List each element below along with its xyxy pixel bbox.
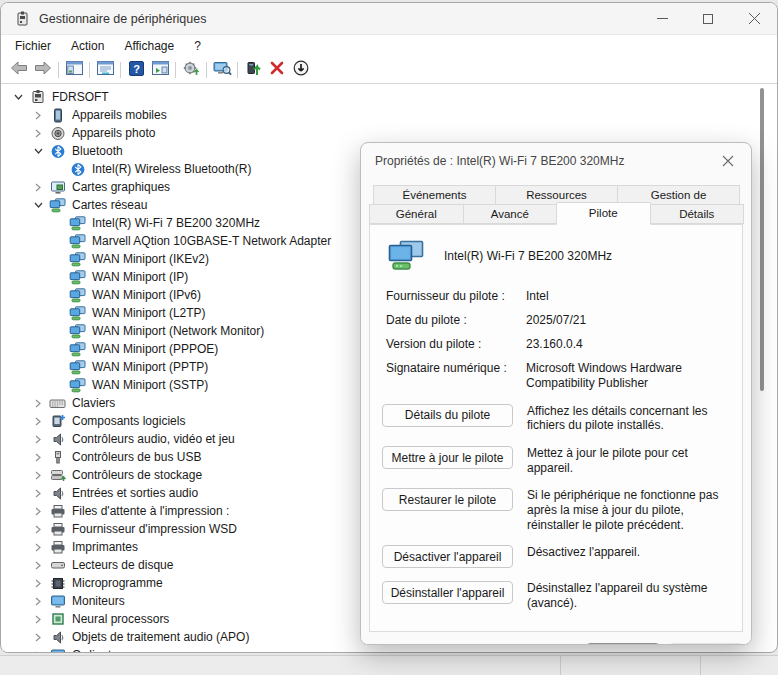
title-bar: Gestionnaire de périphériques bbox=[1, 3, 777, 35]
scan-hardware-changes-icon bbox=[183, 61, 200, 80]
monitor-icon bbox=[49, 594, 66, 609]
menu-item-action[interactable]: Action bbox=[61, 35, 114, 57]
mettre-jour-le-pilote-button[interactable]: Mettre à jour le pilote bbox=[382, 446, 513, 469]
menu-item-affichage[interactable]: Affichage bbox=[114, 35, 184, 57]
tab-détails[interactable]: Détails bbox=[650, 204, 745, 224]
close-button[interactable] bbox=[731, 3, 777, 34]
désactiver-l-appareil-button[interactable]: Désactiver l'appareil bbox=[382, 545, 513, 568]
toolbar-separator bbox=[237, 62, 238, 78]
désinstaller-l-appareil-button[interactable]: Désinstaller l'appareil bbox=[382, 581, 513, 604]
network-icon bbox=[49, 198, 66, 213]
chevron-right-icon[interactable] bbox=[30, 179, 46, 195]
action-description: Si le périphérique ne fonctionne pas apr… bbox=[527, 488, 730, 532]
cancel-button[interactable]: Annuler bbox=[669, 643, 743, 645]
speaker-icon bbox=[49, 432, 66, 447]
restaurer-le-pilote-button[interactable]: Restaurer le pilote bbox=[382, 488, 513, 511]
chevron-right-icon[interactable] bbox=[30, 503, 46, 519]
computer-search-button[interactable] bbox=[210, 59, 234, 81]
update-driver-button[interactable] bbox=[241, 59, 265, 81]
device-manager-icon bbox=[15, 11, 31, 27]
forward-button[interactable] bbox=[31, 59, 55, 81]
minimize-button[interactable] bbox=[639, 3, 685, 34]
chevron-spacer bbox=[50, 233, 66, 249]
close-dialog-button[interactable]: Fermer bbox=[586, 643, 660, 645]
tree-item-label: Intel(R) Wireless Bluetooth(R) bbox=[92, 162, 251, 176]
chevron-right-icon[interactable] bbox=[30, 521, 46, 537]
tab-avancé[interactable]: Avancé bbox=[463, 204, 558, 224]
driver-action-row: Détails du piloteAffichez les détails co… bbox=[382, 404, 730, 433]
tab-strip: ÉvénementsRessourcesGestion de l'aliment… bbox=[361, 179, 751, 225]
tree-item-label: Moniteurs bbox=[72, 594, 125, 608]
chevron-right-icon[interactable] bbox=[30, 539, 46, 555]
chevron-spacer bbox=[50, 251, 66, 267]
tab-général[interactable]: Général bbox=[369, 204, 464, 224]
driver-field-row: Date du pilote :2025/07/21 bbox=[386, 313, 730, 327]
chevron-down-icon[interactable] bbox=[10, 89, 26, 105]
camera-icon bbox=[49, 126, 66, 141]
chevron-right-icon[interactable] bbox=[30, 557, 46, 573]
chevron-right-icon[interactable] bbox=[30, 611, 46, 627]
chevron-spacer bbox=[50, 161, 66, 177]
toolbar: ? bbox=[1, 57, 777, 84]
network-icon bbox=[69, 360, 86, 375]
maximize-button[interactable] bbox=[685, 3, 731, 34]
menu-item-fichier[interactable]: Fichier bbox=[5, 35, 61, 57]
chevron-down-icon[interactable] bbox=[30, 143, 46, 159]
tree-item-label: Ordinateur bbox=[72, 648, 129, 653]
chevron-right-icon[interactable] bbox=[30, 449, 46, 465]
scan-hardware-changes-button[interactable] bbox=[179, 59, 203, 81]
driver-field-row: Fournisseur du pilote :Intel bbox=[386, 289, 730, 303]
network-icon bbox=[69, 270, 86, 285]
chevron-right-icon[interactable] bbox=[30, 467, 46, 483]
usb-icon bbox=[49, 450, 66, 465]
computer-icon bbox=[29, 90, 46, 105]
chevron-spacer bbox=[50, 215, 66, 231]
disable-device-icon bbox=[293, 60, 309, 80]
svg-text:?: ? bbox=[133, 62, 140, 74]
show-action-pane-button[interactable] bbox=[148, 59, 172, 81]
printer-icon bbox=[49, 504, 66, 519]
tree-item-label: WAN Miniport (SSTP) bbox=[92, 378, 208, 392]
toolbar-separator bbox=[89, 62, 90, 78]
dialog-close-icon[interactable] bbox=[719, 152, 737, 170]
détails-du-pilote-button[interactable]: Détails du pilote bbox=[382, 404, 513, 427]
chevron-right-icon[interactable] bbox=[30, 629, 46, 645]
chevron-right-icon[interactable] bbox=[30, 395, 46, 411]
tree-item-label: WAN Miniport (IP) bbox=[92, 270, 188, 284]
properties-button[interactable] bbox=[93, 59, 117, 81]
help-button[interactable]: ? bbox=[124, 59, 148, 81]
chevron-spacer bbox=[50, 341, 66, 357]
menu-item-?[interactable]: ? bbox=[184, 35, 211, 57]
chevron-right-icon[interactable] bbox=[30, 107, 46, 123]
console-tree-button[interactable] bbox=[62, 59, 86, 81]
back-button[interactable] bbox=[7, 59, 31, 81]
properties-dialog: Propriétés de : Intel(R) Wi-Fi 7 BE200 3… bbox=[360, 142, 752, 645]
tab-pilote[interactable]: Pilote bbox=[556, 202, 651, 225]
tree-item[interactable]: Appareils mobiles bbox=[2, 106, 762, 124]
chevron-down-icon[interactable] bbox=[30, 197, 46, 213]
network-icon bbox=[69, 324, 86, 339]
tree-item[interactable]: Ordinateur bbox=[2, 646, 762, 653]
chevron-right-icon[interactable] bbox=[30, 647, 46, 653]
scrollbar-thumb[interactable] bbox=[760, 88, 764, 391]
tree-item-label: Lecteurs de disque bbox=[72, 558, 173, 572]
tree-scrollbar[interactable] bbox=[760, 86, 764, 652]
driver-action-row: Désactiver l'appareilDésactivez l'appare… bbox=[382, 545, 730, 568]
chevron-right-icon[interactable] bbox=[30, 593, 46, 609]
disable-device-button[interactable] bbox=[289, 59, 313, 81]
chevron-right-icon[interactable] bbox=[30, 413, 46, 429]
tree-item[interactable]: Appareils photo bbox=[2, 124, 762, 142]
driver-actions: Détails du piloteAffichez les détails co… bbox=[382, 404, 730, 611]
uninstall-device-button[interactable] bbox=[265, 59, 289, 81]
chevron-right-icon[interactable] bbox=[30, 575, 46, 591]
tree-item-label: Imprimantes bbox=[72, 540, 138, 554]
tab-événements[interactable]: Événements bbox=[373, 185, 496, 204]
tree-item[interactable]: FDRSOFT bbox=[2, 88, 762, 106]
properties-icon bbox=[97, 61, 114, 79]
chevron-right-icon[interactable] bbox=[30, 431, 46, 447]
field-value: Intel bbox=[526, 289, 730, 303]
divider bbox=[700, 656, 701, 675]
chevron-right-icon[interactable] bbox=[30, 125, 46, 141]
action-description: Désactivez l'appareil. bbox=[527, 545, 730, 560]
chevron-right-icon[interactable] bbox=[30, 485, 46, 501]
